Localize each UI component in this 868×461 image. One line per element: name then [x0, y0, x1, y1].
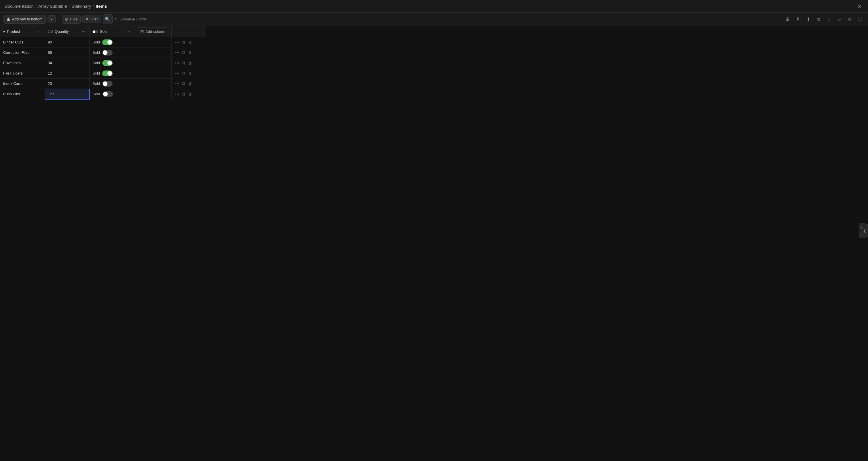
cell-product[interactable]: Envelopes: [0, 58, 45, 68]
sold-col-label: Sold: [100, 29, 107, 34]
sold-toggle[interactable]: [102, 81, 113, 87]
sold-toggle-thumb: [107, 61, 112, 65]
hide-label: Hide: [70, 17, 78, 21]
row-more-button[interactable]: •••: [175, 39, 180, 45]
row-copy-button[interactable]: ⧉: [181, 60, 186, 66]
cell-quantity[interactable]: 127: [45, 89, 90, 99]
add-row-button[interactable]: ⊞ Add row to bottom: [3, 15, 46, 24]
row-more-button[interactable]: •••: [175, 50, 180, 56]
cell-row-actions: •••⧉🗑: [172, 47, 206, 58]
sold-toggle-thumb: [103, 51, 107, 55]
compare-button[interactable]: ⇌: [835, 15, 844, 24]
cell-row-actions: •••⧉🗑: [172, 58, 206, 68]
grid-view-button[interactable]: ⊞: [783, 15, 792, 24]
breadcrumb-array-subtable[interactable]: Array Subtable: [38, 4, 67, 9]
row-delete-button[interactable]: 🗑: [187, 70, 193, 76]
table-row: Index Cards23Sold•••⧉🗑: [0, 78, 206, 89]
cell-quantity[interactable]: 23: [45, 78, 90, 89]
sold-toggle[interactable]: [102, 50, 113, 56]
add-row-label: Add row to bottom: [12, 17, 42, 21]
sold-toggle[interactable]: [102, 39, 113, 45]
row-copy-button[interactable]: ⧉: [181, 80, 186, 87]
row-delete-button[interactable]: 🗑: [187, 50, 193, 56]
filter-button[interactable]: ≡ Filter: [82, 15, 101, 23]
star-button[interactable]: ☆: [824, 15, 833, 24]
row-more-button[interactable]: •••: [175, 91, 180, 97]
cell-sold[interactable]: Sold: [90, 78, 134, 89]
sold-toggle-thumb: [103, 81, 107, 86]
cell-add-col-spacer: [134, 47, 172, 58]
cell-quantity[interactable]: 12: [45, 68, 90, 78]
sold-toggle-thumb: [107, 71, 112, 76]
row-more-button[interactable]: •••: [175, 81, 180, 87]
breadcrumb-documentation[interactable]: Documentation: [5, 4, 34, 9]
breadcrumb-items: Items: [96, 4, 107, 9]
add-column-button[interactable]: ⊞ Add column: [137, 27, 168, 36]
row-copy-button[interactable]: ⧉: [181, 39, 186, 45]
top-bar-right: ✕: [855, 2, 863, 10]
duplicate-button[interactable]: ⧉: [814, 15, 823, 24]
cell-product[interactable]: Push Pins: [0, 89, 45, 99]
cell-sold[interactable]: Sold: [90, 68, 134, 78]
settings-button[interactable]: ⚙: [845, 15, 854, 24]
cell-product[interactable]: Binder Clips: [0, 37, 45, 47]
table-row: Binder Clips90Sold•••⧉🗑: [0, 37, 206, 47]
compare-icon: ⇌: [837, 17, 841, 22]
sold-toggle[interactable]: [102, 70, 113, 76]
row-more-button[interactable]: •••: [175, 70, 180, 76]
star-icon: ☆: [827, 17, 831, 22]
cell-sold[interactable]: Sold: [90, 47, 134, 58]
cell-quantity[interactable]: 90: [45, 37, 90, 47]
download-button[interactable]: ⬇: [793, 15, 802, 24]
row-more-button[interactable]: •••: [175, 60, 180, 66]
row-copy-button[interactable]: ⧉: [181, 91, 186, 97]
row-delete-button[interactable]: 🗑: [187, 60, 193, 66]
grid-icon: ⊞: [785, 16, 789, 22]
cell-quantity[interactable]: 34: [45, 58, 90, 68]
share-icon: ⬆: [806, 17, 810, 22]
row-delete-button[interactable]: 🗑: [187, 91, 193, 97]
cell-row-actions: •••⧉🗑: [172, 78, 206, 89]
product-col-more-button[interactable]: •••: [36, 29, 42, 34]
table-row: File Folders12Sold•••⧉🗑: [0, 68, 206, 78]
row-delete-button[interactable]: 🗑: [187, 81, 193, 87]
quantity-col-label: Quantity: [55, 29, 68, 34]
cell-quantity[interactable]: 65: [45, 47, 90, 58]
row-copy-button[interactable]: ⧉: [181, 50, 186, 56]
breadcrumb-stationary[interactable]: Stationary: [71, 4, 91, 9]
sold-text: Sold: [92, 61, 100, 65]
row-copy-button[interactable]: ⧉: [181, 70, 186, 76]
add-row-icon: ⊞: [7, 17, 10, 22]
sold-col-more-button[interactable]: •••: [125, 29, 131, 34]
hide-button[interactable]: ⊘ Hide: [62, 15, 81, 24]
sold-toggle[interactable]: [102, 60, 113, 66]
table-row: Correction Fluid65Sold•••⧉🗑: [0, 47, 206, 58]
status-info: ↻ Loaded all 6 rows: [114, 17, 147, 22]
sold-toggle[interactable]: [102, 91, 113, 97]
filter-label: Filter: [90, 17, 98, 21]
share-button[interactable]: ⬆: [804, 15, 813, 24]
search-icon: 🔍: [105, 17, 110, 22]
cell-sold[interactable]: Sold: [90, 89, 134, 99]
search-button[interactable]: 🔍: [103, 14, 113, 24]
cell-sold[interactable]: Sold: [90, 58, 134, 68]
quantity-col-type-icon: 123: [48, 30, 53, 33]
cell-row-actions: •••⧉🗑: [172, 89, 206, 99]
add-row-more-button[interactable]: ▾: [48, 15, 56, 23]
row-delete-button[interactable]: 🗑: [187, 39, 193, 45]
quantity-col-more-button[interactable]: •••: [81, 29, 86, 34]
table-header-row: ≡ Product ••• 123 Quantity •••: [0, 26, 206, 37]
sold-text: Sold: [92, 71, 100, 75]
cell-product[interactable]: Correction Fluid: [0, 47, 45, 58]
cell-sold[interactable]: Sold: [90, 37, 134, 47]
cell-product[interactable]: File Folders: [0, 68, 45, 78]
download-icon: ⬇: [796, 17, 800, 22]
toolbar: ⊞ Add row to bottom ▾ ⊘ Hide ≡ Filter 🔍 …: [0, 13, 868, 26]
close-button[interactable]: ✕: [855, 2, 863, 10]
chevron-down-icon: ▾: [51, 17, 53, 21]
sidebar-collapse-button[interactable]: ❮: [862, 224, 868, 237]
info-button[interactable]: ⓘ: [855, 15, 865, 24]
breadcrumb: Documentation / Array Subtable / Station…: [5, 4, 107, 9]
cell-product[interactable]: Index Cards: [0, 78, 45, 89]
cell-add-col-spacer: [134, 78, 172, 89]
